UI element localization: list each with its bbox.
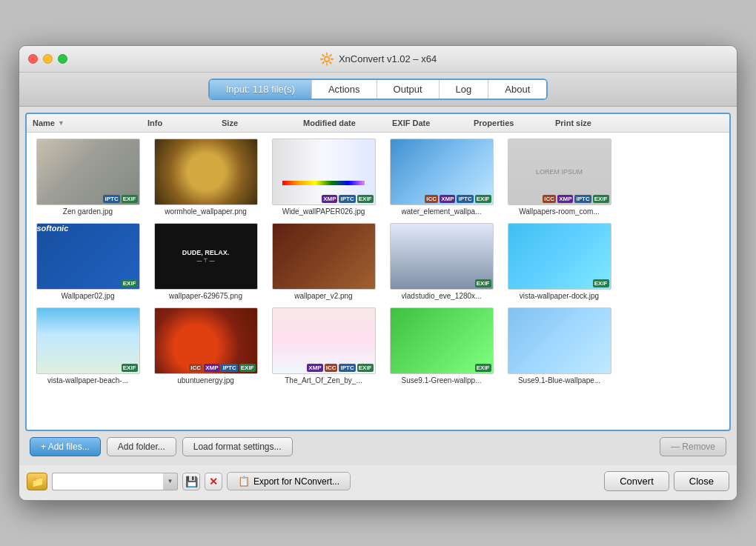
badge-iptc: IPTC (339, 195, 355, 203)
badge-iptc: IPTC (103, 195, 119, 203)
list-item[interactable]: ICCXMPIPTCEXIFubuntuenergy.jpg (147, 304, 264, 387)
badge-exif: EXIF (475, 364, 491, 372)
file-name: wallpaper_v2.png (294, 292, 352, 300)
add-folder-button[interactable]: Add folder... (107, 437, 176, 456)
tab-output[interactable]: Output (377, 80, 440, 99)
col-header-size[interactable]: Size (216, 117, 297, 129)
col-header-printsize[interactable]: Print size (549, 117, 631, 129)
file-name: The_Art_Of_Zen_by_... (285, 376, 362, 384)
list-item[interactable]: LOREM IPSUMICCXMPIPTCEXIFWallpapers-room… (501, 136, 617, 219)
list-item[interactable]: EXIFvista-wallpaper-beach-... (30, 304, 146, 387)
open-folder-button[interactable]: 📁 (27, 473, 47, 490)
list-item[interactable]: wallpaper_v2.png (265, 220, 382, 303)
tab-actions[interactable]: Actions (312, 80, 377, 99)
file-name: Wide_wallPAPER026.jpg (282, 207, 365, 216)
badge-icc: ICC (325, 364, 338, 372)
badge-xmp: XMP (440, 195, 455, 203)
badge-xmp: XMP (557, 195, 573, 203)
list-item[interactable]: EXIFSuse9.1-Green-wallpp... (383, 304, 500, 387)
badge-exif: EXIF (593, 195, 609, 203)
list-item[interactable]: Suse9.1-Blue-wallpape... (501, 304, 617, 387)
main-window: 🔆 XnConvert v1.02 – x64 Input: 118 file(… (19, 45, 737, 501)
tab-about[interactable]: About (488, 80, 546, 99)
file-name: wallpaper-629675.png (169, 292, 242, 300)
close-button[interactable] (28, 54, 38, 64)
file-name: Wallpaper02.jpg (62, 292, 115, 300)
minimize-button[interactable] (43, 54, 53, 64)
badge-exif: EXIF (239, 364, 256, 372)
file-name: wormhole_wallpaper.png (165, 207, 247, 216)
list-item[interactable]: wormhole_wallpaper.png (147, 136, 264, 219)
col-header-exif[interactable]: EXIF Date (386, 117, 468, 129)
list-item[interactable]: softonicEXIFWallpaper02.jpg (30, 220, 146, 303)
file-grid: IPTCEXIFZen garden.jpgwormhole_wallpaper… (27, 133, 729, 390)
output-path-wrapper: ▼ (52, 473, 178, 490)
badge-xmp: XMP (322, 195, 337, 203)
tab-toolbar: Input: 118 file(s) Actions Output Log Ab… (19, 73, 737, 107)
load-format-button[interactable]: Load format settings... (182, 437, 293, 456)
badge-exif: EXIF (357, 195, 374, 203)
titlebar: 🔆 XnConvert v1.02 – x64 (19, 46, 737, 73)
file-name: water_element_wallpa... (402, 207, 482, 216)
list-item[interactable]: EXIFvista-wallpaper-dock.jpg (501, 220, 617, 303)
delete-icon: ✕ (209, 476, 218, 487)
list-item[interactable]: XMPICCIPTCEXIFThe_Art_Of_Zen_by_... (265, 304, 382, 387)
tab-bar: Input: 118 file(s) Actions Output Log Ab… (208, 79, 548, 100)
file-name: Suse9.1-Green-wallpp... (402, 376, 482, 384)
list-item[interactable]: DUDE, RELAX.— ⊤ —wallpaper-629675.png (147, 220, 264, 303)
list-item[interactable]: EXIFvladstudio_eve_1280x... (383, 220, 500, 303)
badge-iptc: IPTC (574, 195, 591, 203)
folder-icon: 📁 (31, 476, 44, 487)
add-files-button[interactable]: + Add files... (30, 437, 101, 456)
badge-iptc: IPTC (457, 195, 473, 203)
convert-button[interactable]: Convert (604, 471, 669, 491)
file-name: vista-wallpaper-dock.jpg (520, 292, 599, 300)
delete-button[interactable]: ✕ (205, 473, 222, 490)
remove-button[interactable]: — Remove (660, 437, 726, 456)
file-name: vista-wallpaper-beach-... (47, 376, 128, 384)
badge-icc: ICC (425, 195, 438, 203)
col-header-info[interactable]: Info (142, 117, 216, 129)
file-scroll-area[interactable]: IPTCEXIFZen garden.jpgwormhole_wallpaper… (27, 133, 729, 430)
tab-input[interactable]: Input: 118 file(s) (210, 80, 312, 99)
column-headers: Name ▼ Info Size Modified date EXIF Date… (27, 114, 729, 133)
file-name: Zen garden.jpg (63, 207, 113, 216)
badge-exif: EXIF (475, 195, 491, 203)
dropdown-arrow-button[interactable]: ▼ (163, 473, 178, 490)
badge-exif: EXIF (122, 279, 138, 287)
file-name: Wallpapers-room_com... (519, 207, 600, 216)
sort-arrow-icon: ▼ (58, 119, 64, 127)
close-app-button[interactable]: Close (674, 471, 729, 491)
traffic-lights (28, 54, 67, 64)
export-button[interactable]: 📋 Export for NConvert... (227, 472, 351, 490)
save-button[interactable]: 💾 (182, 473, 200, 490)
file-grid-container: Name ▼ Info Size Modified date EXIF Date… (25, 113, 731, 431)
list-item[interactable]: XMPIPTCEXIFWide_wallPAPER026.jpg (265, 136, 382, 219)
file-name: vladstudio_eve_1280x... (402, 292, 482, 300)
export-icon: 📋 (238, 476, 250, 487)
file-name: Suse9.1-Blue-wallpape... (518, 376, 600, 384)
col-header-modified[interactable]: Modified date (297, 117, 386, 129)
tab-log[interactable]: Log (440, 80, 489, 99)
col-header-properties[interactable]: Properties (468, 117, 549, 129)
badge-exif: EXIF (357, 364, 374, 372)
badge-exif: EXIF (475, 279, 491, 287)
file-name: ubuntuenergy.jpg (177, 376, 234, 384)
badge-xmp: XMP (204, 364, 219, 372)
badge-exif: EXIF (593, 279, 609, 287)
list-item[interactable]: IPTCEXIFZen garden.jpg (30, 136, 146, 219)
save-icon: 💾 (185, 476, 198, 487)
window-title: 🔆 XnConvert v1.02 – x64 (319, 52, 437, 66)
badge-icc: ICC (189, 364, 202, 372)
content-area: Name ▼ Info Size Modified date EXIF Date… (19, 107, 737, 465)
list-item[interactable]: ICCXMPIPTCEXIFwater_element_wallpa... (383, 136, 500, 219)
badge-exif: EXIF (122, 364, 138, 372)
maximize-button[interactable] (58, 54, 67, 64)
col-header-name[interactable]: Name ▼ (27, 117, 142, 129)
bottom-bar: + Add files... Add folder... Load format… (25, 431, 731, 459)
output-path-input[interactable] (52, 473, 163, 490)
app-icon: 🔆 (319, 52, 334, 66)
badge-xmp: XMP (307, 364, 322, 372)
badge-exif: EXIF (122, 195, 138, 203)
badge-iptc: IPTC (339, 364, 355, 372)
